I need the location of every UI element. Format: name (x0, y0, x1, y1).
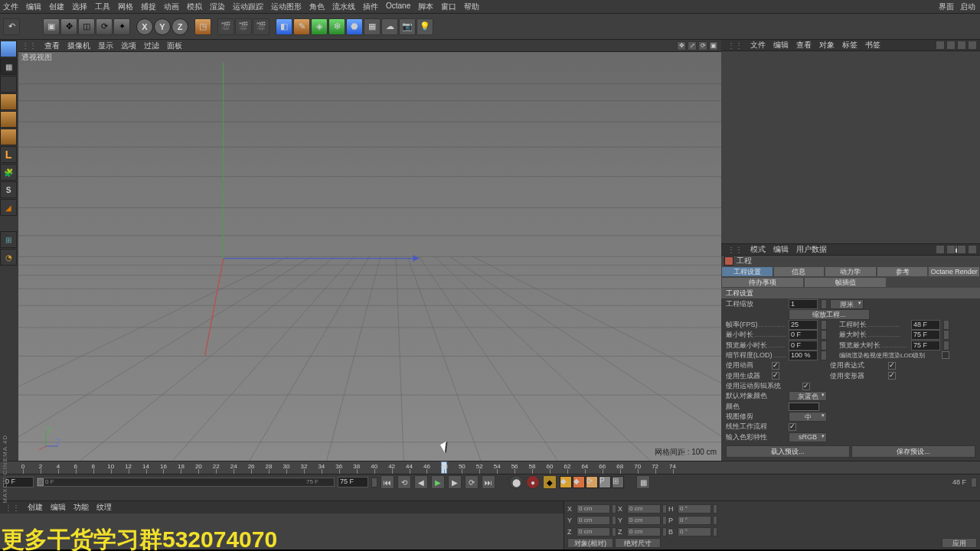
panel-handle-icon[interactable]: ⋮⋮ (727, 246, 743, 254)
render-view-button[interactable]: 🎬 (217, 18, 234, 35)
slider-thumb[interactable] (38, 478, 44, 486)
object-mode-button[interactable] (0, 93, 17, 110)
om-tab[interactable]: 书签 (865, 40, 880, 51)
field-maxtime[interactable]: 75 F (911, 330, 940, 340)
object-manager[interactable] (721, 51, 980, 244)
field-proj-time[interactable]: 48 F (911, 320, 940, 330)
spinner[interactable] (821, 320, 827, 330)
chk-linear[interactable] (789, 423, 796, 431)
spinner[interactable] (943, 341, 949, 350)
om-tab[interactable]: 标签 (842, 40, 858, 51)
om-search-icon[interactable] (936, 41, 945, 50)
move-button[interactable]: ✥ (60, 18, 77, 35)
attr-lock-icon[interactable] (936, 245, 945, 254)
chk-useanim[interactable] (772, 362, 779, 370)
menu-item[interactable]: 工具 (95, 2, 110, 11)
rotate-button[interactable]: ⟳ (96, 18, 113, 35)
vp-tab[interactable]: 摄像机 (67, 41, 90, 51)
spinner[interactable] (971, 478, 977, 487)
field-project-scale[interactable]: 1 (789, 299, 818, 309)
field-sizey[interactable]: 0 cm (627, 516, 661, 525)
dd-viewclip[interactable]: 中 (789, 412, 827, 422)
spinner[interactable] (821, 330, 827, 340)
menu-item[interactable]: 角色 (309, 2, 325, 11)
dd-size-mode[interactable]: 绝对尺寸 (615, 538, 661, 548)
dd-inputcolor[interactable]: sRGB (789, 432, 827, 442)
chk-useexpr[interactable] (888, 362, 896, 370)
key-scale-button[interactable]: ◆ (573, 476, 585, 488)
polygon-mode-button[interactable]: L (0, 146, 17, 163)
go-start-button[interactable]: ⏮ (381, 475, 394, 489)
menu-item[interactable]: 动画 (164, 2, 179, 11)
menu-item[interactable]: 捕捉 (141, 2, 156, 11)
viewport-handle-icon[interactable]: ⋮⋮ (21, 41, 37, 50)
field-fps[interactable]: 25 (789, 320, 818, 330)
mat-tab[interactable]: 功能 (74, 502, 89, 513)
menu-item[interactable]: 编辑 (26, 2, 41, 11)
mat-tab[interactable]: 创建 (28, 502, 43, 513)
timeline-options-button[interactable]: ▦ (636, 475, 650, 489)
om-tab[interactable]: 编辑 (773, 40, 789, 51)
z-axis-toggle[interactable]: Z (172, 18, 188, 35)
add-light-button[interactable]: 💡 (416, 18, 433, 35)
add-camera-button[interactable]: 📷 (399, 18, 416, 35)
vp-rotate-icon[interactable]: ⟳ (698, 41, 707, 51)
add-subdiv-button[interactable]: ❇ (328, 18, 345, 35)
chk-usemotion[interactable] (802, 383, 810, 390)
attr-tab[interactable]: 模式 (750, 244, 766, 255)
attr-opt-icon[interactable] (957, 245, 966, 254)
spinner[interactable] (612, 516, 616, 525)
add-deformer-button[interactable]: ▦ (364, 18, 381, 35)
vp-tab[interactable]: 显示 (98, 41, 113, 51)
panel-handle-icon[interactable]: ⋮⋮ (5, 504, 20, 512)
field-mintime[interactable]: 0 F (789, 330, 818, 340)
field-rotp[interactable]: 0 ° (678, 516, 711, 525)
spinner[interactable] (612, 504, 616, 514)
model-mode-button[interactable] (0, 41, 17, 57)
menu-item[interactable]: 选择 (72, 2, 87, 11)
panel-handle-icon[interactable]: ⋮⋮ (727, 41, 743, 50)
dd-unit[interactable]: 厘米 (830, 299, 864, 309)
spinner[interactable] (371, 478, 377, 487)
menu-item[interactable]: 窗口 (441, 2, 456, 11)
attr-tab[interactable]: 用户数据 (796, 244, 827, 255)
menu-item[interactable]: 运动跟踪 (233, 2, 263, 11)
btn-rescale-project[interactable]: 缩放工程... (789, 309, 870, 320)
play-button[interactable]: ▶ (431, 475, 445, 489)
mat-tab[interactable]: 编辑 (51, 502, 66, 513)
tab-project-settings[interactable]: 工程设置 (721, 266, 773, 277)
spinner[interactable] (662, 504, 667, 514)
viewport-solo-button[interactable]: ⊞ (0, 231, 17, 248)
enable-axis-button[interactable]: 🧩 (0, 164, 17, 181)
tab-dynamics[interactable]: 动力学 (825, 266, 877, 277)
menu-item[interactable]: 插件 (363, 2, 378, 11)
field-sizex[interactable]: 0 cm (627, 504, 661, 514)
tab-todo[interactable]: 待办事项 (721, 277, 804, 288)
range-slider[interactable]: 0 F75 F (37, 478, 335, 487)
field-posz[interactable]: 0 cm (577, 527, 610, 536)
key-param-button[interactable]: P (599, 476, 611, 488)
spinner[interactable] (943, 320, 949, 330)
key-pos-button[interactable]: ◆ (560, 476, 572, 488)
tab-reference[interactable]: 参考 (877, 266, 929, 277)
add-environment-button[interactable]: ☁ (381, 18, 398, 35)
spinner[interactable] (821, 350, 827, 360)
view-settings-button[interactable]: ◔ (0, 249, 17, 266)
field-prevmin[interactable]: 0 F (789, 341, 818, 350)
chk-usedef[interactable] (888, 372, 896, 380)
om-filter-icon[interactable] (957, 41, 966, 50)
render-pv-button[interactable]: 🎬 (253, 18, 270, 35)
field-posx[interactable]: 0 cm (577, 504, 610, 514)
color-swatch[interactable] (789, 403, 819, 411)
chk-usegen[interactable] (772, 372, 779, 380)
menu-item[interactable]: Octane (386, 2, 410, 11)
vp-pan-icon[interactable]: ✥ (677, 41, 686, 51)
add-cube-button[interactable]: ◧ (276, 18, 292, 35)
spinner[interactable] (662, 527, 667, 536)
spinner[interactable] (713, 516, 717, 525)
menu-item[interactable]: 创建 (49, 2, 64, 11)
next-key-button[interactable]: ⟳ (465, 475, 479, 489)
spinner[interactable] (821, 341, 827, 350)
field-posy[interactable]: 0 cm (577, 516, 610, 525)
prev-frame-button[interactable]: ◀ (414, 475, 428, 489)
